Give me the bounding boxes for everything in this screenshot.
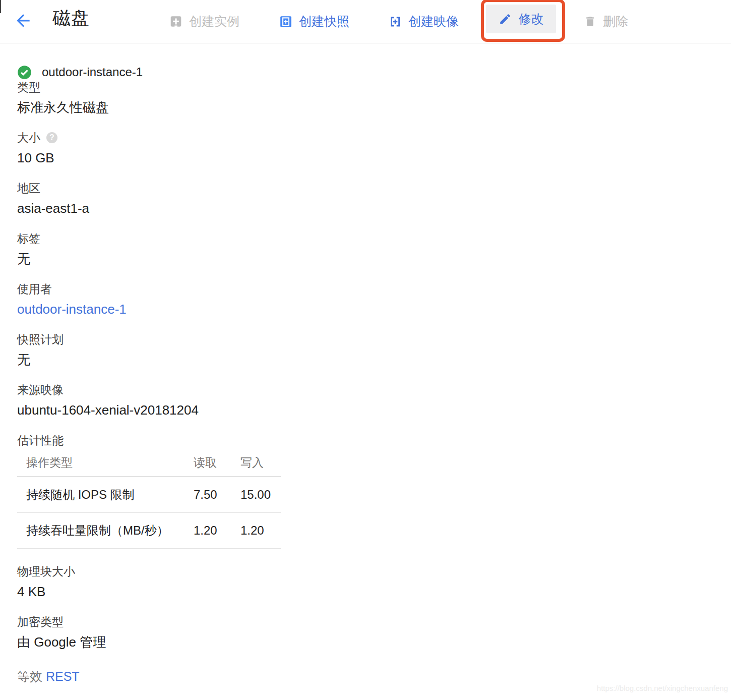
throughput-write-value: 1.20 <box>240 513 281 549</box>
field-block-size-label: 物理块大小 <box>17 564 713 579</box>
create-image-button[interactable]: 创建映像 <box>389 0 459 43</box>
field-labels-label: 标签 <box>17 231 713 246</box>
field-labels: 标签 无 <box>17 231 713 281</box>
rest-link[interactable]: REST <box>46 669 80 683</box>
performance-header-row: 操作类型 读取 写入 <box>17 453 281 477</box>
create-snapshot-label: 创建快照 <box>299 13 349 30</box>
field-zone-label: 地区 <box>17 181 713 196</box>
col-read: 读取 <box>194 453 240 477</box>
field-block-size: 物理块大小 4 KB <box>17 564 713 614</box>
field-snapshot-schedule-label: 快照计划 <box>17 332 713 347</box>
performance-section: 估计性能 操作类型 读取 写入 持续随机 IOPS 限制 7.50 15.00 … <box>17 433 713 549</box>
table-row-throughput: 持续吞吐量限制（MB/秒） 1.20 1.20 <box>17 513 281 549</box>
delete-button: 删除 <box>584 0 628 43</box>
field-size-value: 10 GB <box>17 149 713 166</box>
instance-plus-icon <box>169 15 182 28</box>
field-snapshot-schedule: 快照计划 无 <box>17 332 713 382</box>
edit-button[interactable]: 修改 <box>486 5 556 33</box>
iops-read-value: 7.50 <box>194 477 240 513</box>
disk-name: outdoor-instance-1 <box>42 65 143 79</box>
create-instance-label: 创建实例 <box>189 13 239 30</box>
field-encryption-value: 由 Google 管理 <box>17 633 713 651</box>
disk-details-panel: outdoor-instance-1 类型 标准永久性磁盘 大小 ? 10 GB… <box>17 43 713 684</box>
equivalent-rest-row: 等效 REST <box>17 669 713 684</box>
col-operation-type: 操作类型 <box>17 453 194 477</box>
iops-write-value: 15.00 <box>240 477 281 513</box>
throughput-read-value: 1.20 <box>194 513 240 549</box>
field-used-by: 使用者 outdoor-instance-1 <box>17 281 713 332</box>
iops-label: 持续随机 IOPS 限制 <box>17 477 194 513</box>
performance-table: 操作类型 读取 写入 持续随机 IOPS 限制 7.50 15.00 持续吞吐量… <box>17 453 281 549</box>
edit-label: 修改 <box>519 11 544 27</box>
field-source-image-value: ubuntu-1604-xenial-v20181204 <box>17 401 713 419</box>
edit-highlight-annotation: 修改 <box>481 0 565 42</box>
delete-label: 删除 <box>603 13 628 30</box>
field-size: 大小 ? 10 GB <box>17 130 713 181</box>
disk-status-row: outdoor-instance-1 <box>17 65 713 80</box>
field-zone-value: asia-east1-a <box>17 200 713 217</box>
screenshot-edge-artifact <box>0 0 1 13</box>
status-ok-icon <box>17 65 32 80</box>
field-encryption-label: 加密类型 <box>17 614 713 629</box>
field-source-image: 来源映像 ubuntu-1604-xenial-v20181204 <box>17 382 713 433</box>
top-toolbar: 磁盘 创建实例 创建快照 <box>0 0 731 43</box>
trash-icon <box>584 15 596 28</box>
equivalent-rest-prefix: 等效 <box>17 669 42 683</box>
back-button[interactable] <box>12 10 34 32</box>
field-size-label: 大小 <box>17 130 40 145</box>
performance-title: 估计性能 <box>17 433 713 448</box>
table-row-iops: 持续随机 IOPS 限制 7.50 15.00 <box>17 477 281 513</box>
create-snapshot-button[interactable]: 创建快照 <box>279 0 349 43</box>
field-type-label: 类型 <box>17 80 713 95</box>
create-image-label: 创建映像 <box>408 13 459 30</box>
snapshot-plus-icon <box>279 15 292 28</box>
pencil-icon <box>499 13 512 26</box>
field-type: 类型 标准永久性磁盘 <box>17 80 713 130</box>
image-plus-icon <box>389 15 402 28</box>
help-icon[interactable]: ? <box>46 132 57 143</box>
csdn-watermark: https://blog.csdn.net/xingchenxuanfeng <box>597 684 728 692</box>
field-source-image-label: 来源映像 <box>17 382 713 397</box>
field-encryption: 加密类型 由 Google 管理 <box>17 614 713 665</box>
field-block-size-value: 4 KB <box>17 583 713 600</box>
page-title: 磁盘 <box>52 6 90 31</box>
field-zone: 地区 asia-east1-a <box>17 181 713 231</box>
throughput-label: 持续吞吐量限制（MB/秒） <box>17 513 194 549</box>
used-by-instance-link[interactable]: outdoor-instance-1 <box>17 301 713 318</box>
create-instance-button: 创建实例 <box>169 0 239 43</box>
field-labels-value: 无 <box>17 250 713 267</box>
field-used-by-label: 使用者 <box>17 281 713 297</box>
field-type-value: 标准永久性磁盘 <box>17 99 713 116</box>
field-snapshot-schedule-value: 无 <box>17 351 713 368</box>
col-write: 写入 <box>240 453 281 477</box>
arrow-left-icon <box>14 11 33 30</box>
